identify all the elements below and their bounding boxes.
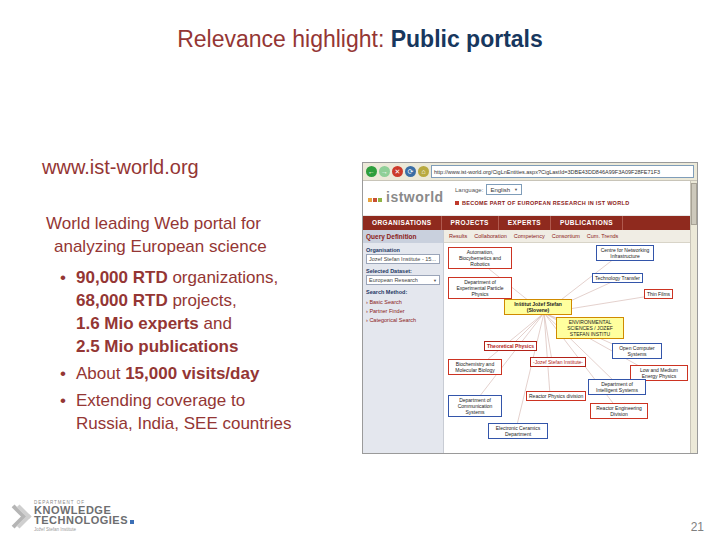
graph-node[interactable]: Technology Transfer xyxy=(592,273,643,283)
logo-pixels-icon xyxy=(368,188,383,206)
language-select[interactable]: English ▼ xyxy=(486,184,522,195)
bullet-3-line-2: Russia, India, SEE countries xyxy=(76,412,366,435)
scrollbar-thumb[interactable] xyxy=(691,183,697,225)
nav-tab-projects[interactable]: PROJECTS xyxy=(442,216,499,230)
collaboration-graph: Automation, Biocybernetics and Robotics … xyxy=(444,243,697,454)
language-row: Language: English ▼ xyxy=(455,184,522,195)
bullet-2-line-1: About 15,000 visits/day xyxy=(76,362,259,385)
sidebar-link-categorical-search[interactable]: › Categorical Search xyxy=(363,314,443,323)
refresh-icon[interactable]: ⟳ xyxy=(405,166,416,177)
graph-node[interactable]: Open Computer Systems xyxy=(612,343,662,359)
bullet-icon: • xyxy=(60,362,76,385)
department-logo: DEPARTMENT OF KNOWLEDGE TECHNOLOGIES Jož… xyxy=(6,500,134,532)
intro-line-1: World leading Web portal for xyxy=(46,212,366,235)
results-area: Results Collaboration Competency Consort… xyxy=(444,230,697,453)
bullet-1: • 90,000 RTD organizations, xyxy=(60,266,366,289)
page-title: Relevance highlight: Public portals xyxy=(0,26,720,53)
nav-tab-experts[interactable]: EXPERTS xyxy=(499,216,551,230)
bullet-3: • Extending coverage to xyxy=(60,389,366,412)
link-arrow-icon: › xyxy=(366,317,368,323)
query-definition-header: Query Definition xyxy=(363,230,443,243)
intro-line-2: analyzing European science xyxy=(54,235,366,258)
graph-node[interactable]: Department of Communication Systems xyxy=(448,395,502,417)
sidebar-link-basic-search[interactable]: › Basic Search xyxy=(363,296,443,305)
nav-tab-publications[interactable]: PUBLICATIONS xyxy=(551,216,623,230)
page-number: 21 xyxy=(691,520,704,534)
graph-node[interactable]: Thin Films xyxy=(644,289,673,299)
chevron-down-icon: ▼ xyxy=(514,187,518,192)
query-sidebar: Query Definition Organisation Jozef Stef… xyxy=(363,230,444,453)
dataset-label: Selected Dataset: xyxy=(363,264,443,275)
url-heading: www.ist-world.org xyxy=(42,156,199,179)
site-body: Query Definition Organisation Jozef Stef… xyxy=(363,230,697,453)
logo-text: istworld xyxy=(386,189,444,205)
chevron-down-icon: ▼ xyxy=(433,278,437,283)
dept-line-3: TECHNOLOGIES xyxy=(34,515,134,525)
bullet-1-line-4: 2.5 Mio publications xyxy=(76,335,366,358)
subnav-consortium[interactable]: Consortium xyxy=(552,233,580,239)
graph-node[interactable]: Centre for Networking Infrastructure xyxy=(596,245,654,261)
subnav-results[interactable]: Results xyxy=(449,233,467,239)
nav-tab-organisations[interactable]: ORGANISATIONS xyxy=(363,216,442,230)
bullet-1-line-2: 68,000 RTD projects, xyxy=(76,289,366,312)
blue-square-icon xyxy=(130,520,134,524)
subnav-collaboration[interactable]: Collaboration xyxy=(474,233,506,239)
graph-node[interactable]: Theoretical Physics xyxy=(484,341,537,351)
language-label: Language: xyxy=(455,187,483,193)
dept-subtitle: Jožef Stefan Institute xyxy=(34,527,134,532)
red-dot-icon xyxy=(455,201,459,205)
home-icon[interactable]: ⌂ xyxy=(418,166,429,177)
browser-screenshot: ← → ✕ ⟳ ⌂ http://www.ist-world.org/CigLn… xyxy=(362,162,698,454)
bullet-3-line-1: Extending coverage to xyxy=(76,389,245,412)
bullet-2: • About 15,000 visits/day xyxy=(60,362,366,385)
organisation-input[interactable]: Jozef Stefan Institute - 15... xyxy=(366,254,440,264)
forward-icon[interactable]: → xyxy=(379,166,390,177)
graph-node[interactable]: Department of Intelligent Systems xyxy=(588,379,646,395)
dataset-select[interactable]: European Research ▼ xyxy=(366,275,440,285)
site-nav: ORGANISATIONS PROJECTS EXPERTS PUBLICATI… xyxy=(363,216,697,230)
stop-icon[interactable]: ✕ xyxy=(392,166,403,177)
department-text: DEPARTMENT OF KNOWLEDGE TECHNOLOGIES Jož… xyxy=(34,500,134,532)
title-prefix: Relevance highlight: xyxy=(177,26,391,52)
site-header: istworld Language: English ▼ BECOME PART… xyxy=(363,181,697,216)
slide: Relevance highlight: Public portals www.… xyxy=(0,0,720,540)
bullet-1-line-1: 90,000 RTD organizations, xyxy=(76,266,278,289)
title-emphasis: Public portals xyxy=(391,26,543,52)
bullet-icon: • xyxy=(60,266,76,289)
scrollbar[interactable] xyxy=(690,181,697,453)
graph-node[interactable]: ENVIRONMENTAL SCIENCES / JOZEF STEFAN IN… xyxy=(556,317,624,339)
link-arrow-icon: › xyxy=(366,308,368,314)
istworld-logo: istworld xyxy=(368,188,444,206)
results-subnav: Results Collaboration Competency Consort… xyxy=(444,230,697,243)
body-text: World leading Web portal for analyzing E… xyxy=(46,212,366,435)
graph-node[interactable]: Automation, Biocybernetics and Robotics xyxy=(448,247,512,269)
link-arrow-icon: › xyxy=(366,299,368,305)
sidebar-link-partner-finder[interactable]: › Partner Finder xyxy=(363,305,443,314)
graph-node[interactable]: Department of Experimental Particle Phys… xyxy=(448,277,512,299)
subnav-competency[interactable]: Competency xyxy=(514,233,545,239)
graph-node[interactable]: Biochemistry and Molecular Biology xyxy=(448,359,502,375)
subnav-cum-trends[interactable]: Cum. Trends xyxy=(587,233,618,239)
site-notice[interactable]: BECOME PART OF EUROPEAN RESEARCH IN IST … xyxy=(455,200,629,206)
bullet-icon: • xyxy=(60,389,76,412)
bullet-1-line-3: 1.6 Mio experts and xyxy=(76,312,366,335)
back-icon[interactable]: ← xyxy=(366,166,377,177)
graph-node[interactable]: Inštitut Jožef Stefan (Slovene) xyxy=(504,299,572,315)
graph-node[interactable]: -Jozef Stefan Institute- xyxy=(530,357,586,367)
browser-toolbar: ← → ✕ ⟳ ⌂ http://www.ist-world.org/CigLn… xyxy=(363,163,697,181)
graph-node[interactable]: Electronic Ceramics Department xyxy=(488,423,548,439)
organisation-label: Organisation xyxy=(363,243,443,254)
graph-node[interactable]: Reactor Engineering Division xyxy=(590,403,648,419)
graph-node[interactable]: Reactor Physics division xyxy=(526,391,586,401)
address-bar[interactable]: http://www.ist-world.org/CigLnEntities.a… xyxy=(431,165,694,178)
search-method-label: Search Method: xyxy=(363,285,443,296)
